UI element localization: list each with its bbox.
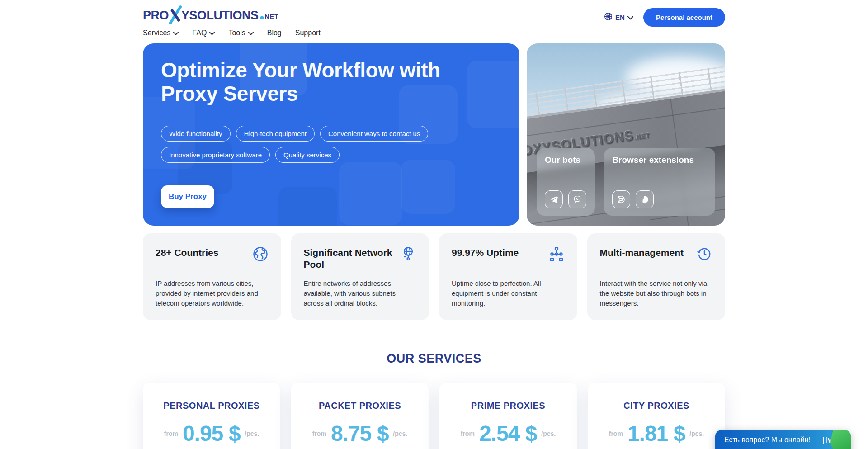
viber-icon[interactable]	[568, 190, 586, 208]
chevron-down-icon	[248, 29, 254, 37]
service-card-city-proxies[interactable]: CITY PROXIES from 1.81 $ /pcs.	[588, 383, 725, 449]
logo-tld: NET	[265, 13, 279, 20]
service-price: 8.75 $	[331, 423, 388, 444]
chevron-down-icon	[627, 14, 633, 22]
price-suffix: /pcs.	[393, 430, 407, 437]
leaf-icon	[828, 430, 851, 449]
price-prefix: from	[312, 430, 326, 437]
service-title: PERSONAL PROXIES	[143, 401, 280, 411]
browser-extensions-panel: Browser extensions	[604, 148, 715, 216]
hero-banner: Optimize Your Workflow with Proxy Server…	[143, 43, 519, 226]
language-selector[interactable]: EN	[604, 12, 633, 23]
chrome-icon[interactable]	[612, 190, 630, 208]
feature-title: 99.97% Uptime	[452, 247, 519, 259]
globe-icon	[604, 12, 613, 23]
services-heading: OUR SERVICES	[143, 352, 725, 366]
price-suffix: /pcs.	[541, 430, 556, 437]
network-nodes-icon	[548, 246, 565, 264]
service-title: CITY PROXIES	[588, 401, 725, 411]
service-price: 1.81 $	[627, 423, 685, 444]
service-title: PRIME PROXIES	[439, 401, 577, 411]
our-bots-panel: Our bots	[537, 148, 595, 216]
tag-badge: Quality services	[275, 147, 340, 163]
feature-card-multi-management: Multi-management Interact with the servi…	[587, 233, 726, 320]
globe-earth-icon	[252, 246, 269, 264]
history-clock-icon	[696, 246, 712, 264]
price-prefix: from	[609, 430, 623, 437]
site-logo[interactable]: PRO YSOLUTIONS NET	[143, 6, 321, 24]
logo-dot	[260, 16, 264, 19]
price-suffix: /pcs.	[689, 430, 704, 437]
firefox-icon[interactable]	[636, 190, 654, 208]
price-prefix: from	[164, 430, 178, 437]
buy-proxy-button[interactable]: Buy Proxy	[161, 185, 214, 208]
logo-text-pre: PRO	[143, 9, 169, 23]
chevron-down-icon	[173, 29, 179, 37]
tag-badge: Innovative proprietary software	[161, 147, 270, 163]
chevron-down-icon	[209, 29, 215, 37]
features-section: 28+ Countries IP addresses from various …	[143, 233, 725, 320]
personal-account-button[interactable]: Personal account	[643, 8, 725, 27]
network-globe-icon	[400, 246, 416, 264]
hero-tags: Wide functionality High-tech equipment C…	[161, 126, 459, 163]
service-card-personal-proxies[interactable]: PERSONAL PROXIES from 0.95 $ /pcs.	[143, 383, 280, 449]
service-price: 2.54 $	[479, 423, 537, 444]
main-nav: Services FAQ Tools	[143, 29, 321, 37]
feature-card-countries: 28+ Countries IP addresses from various …	[143, 233, 281, 320]
telegram-icon[interactable]	[545, 190, 563, 208]
service-card-packet-proxies[interactable]: PACKET PROXIES from 8.75 $ /pcs.	[291, 383, 429, 449]
tag-badge: Wide functionality	[161, 126, 231, 142]
feature-description: Entire networks of addresses available, …	[304, 279, 418, 308]
nav-item-tools[interactable]: Tools	[228, 29, 253, 37]
feature-description: IP addresses from various cities, provid…	[156, 279, 269, 308]
nav-item-support[interactable]: Support	[295, 29, 321, 37]
feature-title: Significant Network Pool	[304, 247, 394, 271]
service-price: 0.95 $	[183, 423, 240, 444]
chat-message: Есть вопрос? Мы онлайн!	[724, 436, 811, 444]
logo-x-icon	[169, 8, 181, 23]
nav-item-blog[interactable]: Blog	[267, 29, 282, 37]
feature-title: Multi-management	[600, 247, 684, 259]
feature-title: 28+ Countries	[156, 247, 218, 259]
logo-text-main: YSOLUTIONS	[181, 9, 259, 23]
feature-card-uptime: 99.97% Uptime Uptime close to perfection…	[439, 233, 577, 320]
services-section: PERSONAL PROXIES from 0.95 $ /pcs. PACKE…	[143, 383, 725, 449]
feature-card-network-pool: Significant Network Pool Entire networks…	[291, 233, 429, 320]
tag-badge: Convenient ways to contact us	[320, 126, 428, 142]
feature-description: Interact with the service not only via t…	[600, 279, 714, 308]
live-chat-widget[interactable]: Есть вопрос? Мы онлайн! jivo	[715, 430, 851, 449]
site-header: PRO YSOLUTIONS NET Services FAQ	[143, 0, 725, 37]
hero-photo: PROXYSOLUTIONS.NET Our bots	[527, 43, 725, 226]
price-prefix: from	[461, 430, 475, 437]
browser-extensions-title: Browser extensions	[612, 155, 707, 165]
our-bots-title: Our bots	[545, 155, 587, 165]
nav-item-services[interactable]: Services	[143, 29, 179, 37]
tag-badge: High-tech equipment	[236, 126, 315, 142]
language-label: EN	[615, 14, 625, 21]
hero-title: Optimize Your Workflow with Proxy Server…	[161, 59, 450, 106]
nav-item-faq[interactable]: FAQ	[192, 29, 215, 37]
price-suffix: /pcs.	[245, 430, 259, 437]
hero-section: Optimize Your Workflow with Proxy Server…	[143, 43, 725, 226]
service-title: PACKET PROXIES	[291, 401, 429, 411]
service-card-prime-proxies[interactable]: PRIME PROXIES from 2.54 $ /pcs.	[439, 383, 577, 449]
feature-description: Uptime close to perfection. All equipmen…	[452, 279, 566, 308]
